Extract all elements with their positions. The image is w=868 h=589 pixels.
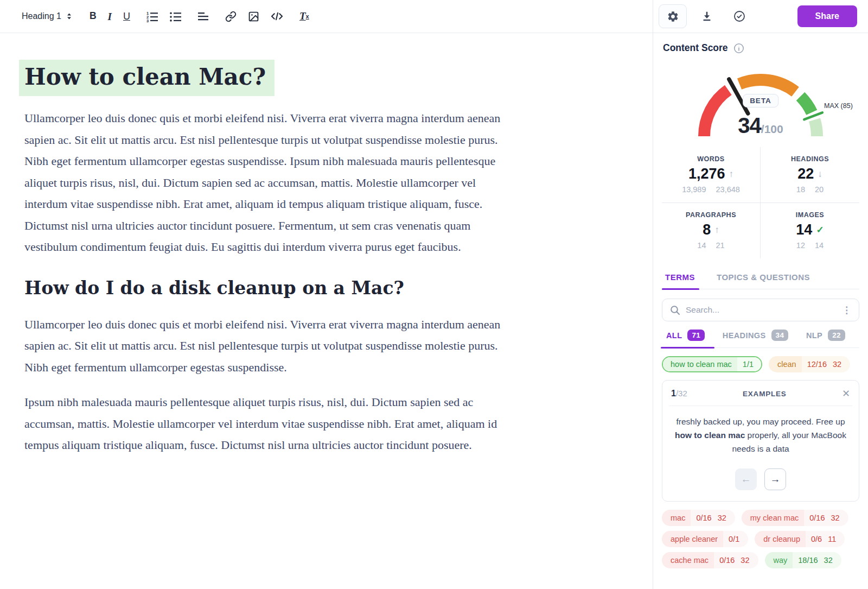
term-ratio: 0/1 bbox=[729, 535, 739, 543]
document-paragraph-1[interactable]: Ullamcorper leo duis donec quis et morbi… bbox=[24, 107, 513, 258]
download-icon bbox=[701, 10, 713, 22]
term-pages: 32 bbox=[824, 556, 833, 565]
content-score-gauge: BETA 34 /100 MAX (85) bbox=[663, 60, 858, 143]
image-button[interactable] bbox=[248, 11, 259, 22]
stat-label: PARAGRAPHS bbox=[662, 211, 760, 219]
term-text: mac bbox=[662, 510, 691, 526]
document-paragraph-3[interactable]: Ipsum nibh malesuada mauris pellentesque… bbox=[24, 391, 513, 456]
download-button[interactable] bbox=[694, 4, 719, 28]
clear-formatting-x: x bbox=[306, 13, 309, 20]
prev-example-button[interactable]: ← bbox=[735, 468, 757, 490]
stat-words: WORDS 1,276↑ 13,98923,648 bbox=[662, 147, 761, 203]
term-ratio: 0/16 bbox=[696, 514, 711, 522]
content-score-title: Content Score bbox=[663, 42, 728, 54]
filter-count-badge: 34 bbox=[771, 330, 789, 341]
examples-card: 1/32 EXAMPLES ✕ freshly backed up, you m… bbox=[662, 380, 859, 502]
code-button[interactable] bbox=[271, 11, 283, 22]
stat-label: IMAGES bbox=[761, 211, 859, 219]
document-h1[interactable]: How to clean Mac? bbox=[19, 64, 513, 90]
close-icon[interactable]: ✕ bbox=[842, 389, 850, 398]
stat-headings: HEADINGS 22↓ 1820 bbox=[761, 147, 859, 203]
heading-style-select[interactable]: Heading 1 bbox=[22, 11, 73, 21]
link-button[interactable] bbox=[225, 11, 237, 22]
term-chip-my-clean-mac[interactable]: my clean mac 0/1632 bbox=[742, 510, 848, 526]
tab-topics-questions[interactable]: TOPICS & QUESTIONS bbox=[716, 269, 811, 289]
next-example-button[interactable]: → bbox=[764, 468, 786, 490]
list-group: 123 bbox=[146, 11, 182, 22]
stat-range-high: 20 bbox=[815, 185, 824, 194]
term-chip-way[interactable]: way 18/1632 bbox=[765, 552, 841, 568]
term-chip-how-to-clean-mac[interactable]: how to clean mac 1/1 bbox=[662, 356, 762, 372]
underline-button[interactable]: U bbox=[123, 11, 130, 21]
filter-headings[interactable]: HEADINGS 34 bbox=[722, 330, 790, 347]
stat-range-low: 12 bbox=[796, 241, 805, 250]
trend-down-icon: ↓ bbox=[818, 169, 822, 180]
check-status-button[interactable] bbox=[727, 4, 752, 28]
editor-toolbar: Heading 1 B I U 123 bbox=[0, 0, 653, 33]
filter-nlp[interactable]: NLP 22 bbox=[805, 330, 846, 347]
share-button[interactable]: Share bbox=[797, 5, 857, 27]
term-pages: 32 bbox=[718, 514, 726, 522]
term-text: how to clean mac bbox=[663, 357, 737, 371]
clear-formatting-button[interactable]: Tx bbox=[299, 10, 309, 22]
rich-text-editor[interactable]: How to clean Mac? Ullamcorper leo duis d… bbox=[0, 33, 653, 589]
stat-range-high: 23,648 bbox=[716, 185, 740, 194]
bullet-list-button[interactable] bbox=[170, 11, 182, 22]
beta-badge: BETA bbox=[743, 94, 778, 107]
stat-label: HEADINGS bbox=[761, 155, 859, 163]
stat-label: WORDS bbox=[662, 155, 760, 163]
filter-all[interactable]: ALL 71 bbox=[665, 330, 706, 347]
stat-value: 8 bbox=[703, 221, 711, 238]
term-chip-mac[interactable]: mac 0/1632 bbox=[662, 510, 735, 526]
term-ratio: 0/16 bbox=[809, 514, 825, 522]
ordered-list-button[interactable]: 123 bbox=[146, 11, 158, 22]
term-pages: 32 bbox=[741, 556, 749, 565]
stat-range-low: 13,989 bbox=[682, 185, 706, 194]
selected-term-row: how to clean mac 1/1 clean 12/1632 bbox=[662, 356, 859, 372]
ordered-list-icon: 123 bbox=[146, 11, 158, 22]
snippet-after: properly, all your MacBook needs is a da… bbox=[732, 430, 846, 453]
stat-range-low: 14 bbox=[697, 241, 706, 250]
h1-term-highlight: How to clean Mac? bbox=[19, 60, 275, 96]
settings-button[interactable] bbox=[659, 4, 687, 28]
trend-up-icon: ↑ bbox=[714, 225, 719, 236]
snippet-term: how to clean mac bbox=[675, 430, 745, 440]
stat-paragraphs: PARAGRAPHS 8↑ 1421 bbox=[662, 203, 761, 258]
bold-button[interactable]: B bbox=[90, 11, 97, 21]
examples-nav: ← → bbox=[671, 468, 850, 490]
term-chip-dr-cleanup[interactable]: dr cleanup 0/611 bbox=[755, 531, 845, 547]
stat-range-high: 21 bbox=[716, 241, 725, 250]
content-score-header: Content Score bbox=[662, 42, 859, 54]
examples-header: 1/32 EXAMPLES ✕ bbox=[671, 389, 850, 398]
examples-divider bbox=[669, 406, 852, 406]
panel-action-bar: Share bbox=[653, 0, 868, 33]
example-total: /32 bbox=[676, 389, 687, 398]
info-icon[interactable] bbox=[733, 43, 744, 54]
kebab-menu-icon[interactable]: ⋮ bbox=[841, 305, 852, 316]
term-chip-apple-cleaner[interactable]: apple cleaner 0/1 bbox=[662, 531, 748, 547]
align-button[interactable] bbox=[198, 12, 209, 21]
italic-button[interactable]: I bbox=[108, 11, 112, 22]
document-paragraph-2[interactable]: Ullamcorper leo duis donec quis et morbi… bbox=[24, 314, 513, 378]
stat-value: 1,276 bbox=[688, 166, 725, 182]
term-ratio: 12/16 bbox=[807, 360, 827, 369]
align-group bbox=[198, 12, 209, 21]
filter-count-badge: 71 bbox=[687, 330, 705, 341]
app-window: Heading 1 B I U 123 bbox=[0, 0, 868, 589]
clear-format-group: Tx bbox=[299, 10, 309, 22]
term-pages: 32 bbox=[833, 360, 841, 369]
term-chip-clean[interactable]: clean 12/1632 bbox=[769, 356, 850, 372]
term-filters: ALL 71 HEADINGS 34 NLP 22 bbox=[662, 330, 859, 348]
score-value: 34 bbox=[738, 113, 761, 138]
example-counter: 1/32 bbox=[671, 389, 687, 398]
term-chip-cache-mac[interactable]: cache mac 0/1632 bbox=[662, 552, 758, 568]
align-icon bbox=[198, 12, 209, 21]
tab-terms[interactable]: TERMS bbox=[664, 269, 696, 289]
search-input[interactable] bbox=[686, 305, 835, 315]
stat-value: 22 bbox=[797, 166, 814, 182]
term-text: way bbox=[765, 552, 793, 568]
document-h2[interactable]: How do I do a disk cleanup on a Mac? bbox=[24, 277, 513, 299]
term-pages: 32 bbox=[831, 514, 839, 522]
arrow-right-icon: → bbox=[770, 473, 781, 485]
term-ratio: 0/6 bbox=[811, 535, 822, 543]
